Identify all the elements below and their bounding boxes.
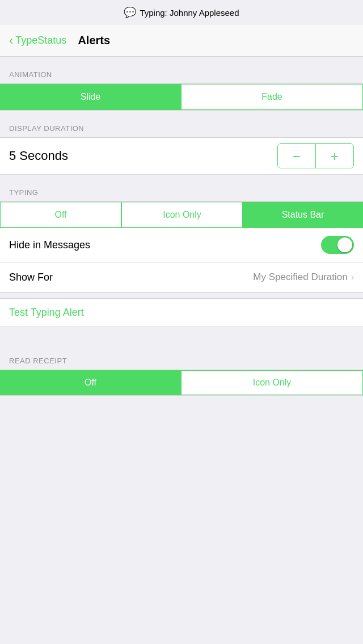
page-title: Alerts <box>78 34 110 47</box>
increment-button[interactable]: + <box>316 144 353 168</box>
read-receipt-icon-only-button[interactable]: Icon Only <box>181 370 363 395</box>
back-label: TypeStatus <box>15 35 66 46</box>
typing-status-bar-button[interactable]: Status Bar <box>243 202 363 228</box>
spacer-1 <box>0 293 363 298</box>
animation-card: Slide Fade <box>0 83 363 111</box>
typing-icon: 💬 <box>124 6 136 19</box>
hide-in-messages-toggle[interactable] <box>321 236 354 254</box>
animation-segmented-control: Slide Fade <box>0 84 363 110</box>
read-receipt-section-header: READ RECEIPT <box>0 343 363 370</box>
test-typing-alert-link[interactable]: Test Typing Alert <box>9 307 84 318</box>
animation-slide-button[interactable]: Slide <box>0 84 181 110</box>
read-receipt-off-button[interactable]: Off <box>0 370 181 395</box>
animation-section-header: ANIMATION <box>0 57 363 83</box>
typing-icon-only-button[interactable]: Icon Only <box>121 202 243 228</box>
nav-bar: ‹ TypeStatus Alerts <box>0 25 363 57</box>
read-receipt-segmented-control: Off Icon Only <box>0 370 363 396</box>
show-for-value-text: My Specified Duration <box>253 272 347 283</box>
hide-in-messages-label: Hide in Messages <box>9 239 90 251</box>
back-button[interactable]: ‹ TypeStatus <box>9 35 66 47</box>
toggle-track <box>321 236 354 254</box>
animation-fade-button[interactable]: Fade <box>181 84 363 110</box>
duration-value: 5 Seconds <box>9 149 68 163</box>
hide-in-messages-row: Hide in Messages <box>0 228 363 262</box>
show-for-chevron-icon: › <box>351 272 354 282</box>
typing-card: Off Icon Only Status Bar Hide in Message… <box>0 201 363 293</box>
typing-off-button[interactable]: Off <box>0 202 121 228</box>
status-bar: 💬 Typing: Johnny Appleseed <box>0 0 363 25</box>
back-chevron-icon: ‹ <box>9 35 13 47</box>
show-for-row[interactable]: Show For My Specified Duration › <box>0 262 363 292</box>
show-for-value: My Specified Duration › <box>253 272 354 283</box>
duration-stepper: − + <box>277 143 354 168</box>
status-bar-text: Typing: Johnny Appleseed <box>140 8 239 18</box>
display-duration-section-header: DISPLAY DURATION <box>0 111 363 137</box>
duration-row: 5 Seconds − + <box>0 137 363 175</box>
toggle-thumb <box>337 238 352 252</box>
typing-section-header: TYPING <box>0 175 363 201</box>
decrement-button[interactable]: − <box>278 144 315 168</box>
typing-segmented-control: Off Icon Only Status Bar <box>0 202 363 228</box>
show-for-label: Show For <box>9 272 53 283</box>
read-receipt-section: READ RECEIPT Off Icon Only <box>0 343 363 396</box>
test-typing-alert-row[interactable]: Test Typing Alert <box>0 298 363 327</box>
